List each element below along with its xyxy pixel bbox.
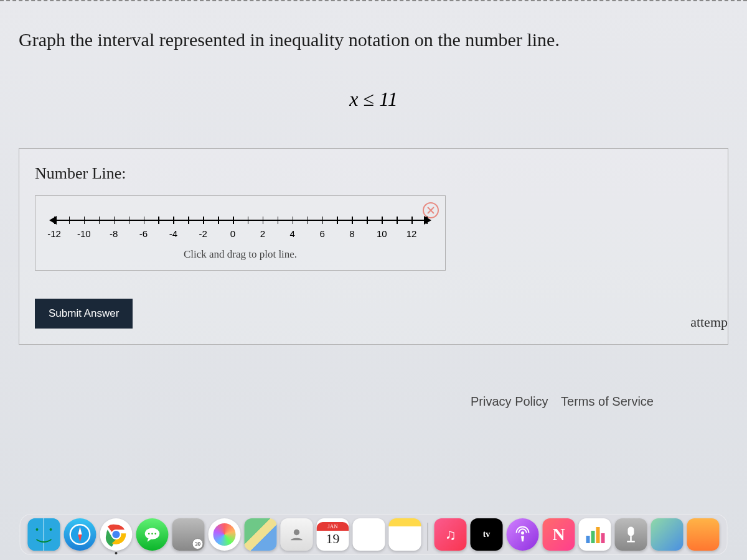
- contacts-icon[interactable]: [281, 518, 313, 551]
- tick-mark: [188, 217, 189, 224]
- safari-icon[interactable]: [64, 518, 96, 551]
- tick-mark: [397, 217, 398, 224]
- svg-rect-18: [596, 527, 600, 543]
- tick-mark: [54, 217, 55, 224]
- reminders-icon[interactable]: [353, 518, 385, 551]
- answer-container: Number Line: -12-10-8-6-4-2024681012 Cli…: [19, 148, 728, 345]
- inequality-expression: x ≤ 11: [19, 88, 728, 111]
- svg-rect-22: [627, 541, 635, 543]
- tick-mark: [69, 217, 70, 224]
- tick-mark: [248, 217, 249, 224]
- tick-label: 2: [260, 228, 265, 239]
- numberline-hint: Click and drag to plot line.: [48, 248, 433, 261]
- tick-mark: [99, 217, 100, 224]
- submit-button[interactable]: Submit Answer: [35, 299, 133, 329]
- maps-icon[interactable]: [245, 518, 277, 551]
- tick-mark: [337, 217, 338, 224]
- footer-links: Privacy Policy Terms of Service: [0, 357, 747, 409]
- tick-label: 10: [377, 228, 387, 239]
- calendar-month: JAN: [317, 522, 349, 531]
- tick-mark: [293, 217, 294, 224]
- tick-mark: [218, 217, 219, 224]
- appletv-icon[interactable]: tv: [471, 518, 503, 551]
- svg-point-15: [521, 531, 524, 534]
- tick-label: -10: [77, 228, 91, 239]
- tick-label: -4: [169, 228, 177, 239]
- svg-rect-20: [628, 527, 634, 536]
- tick-mark: [411, 217, 413, 224]
- svg-point-11: [148, 533, 150, 534]
- tick-mark: [322, 217, 324, 224]
- photos-icon[interactable]: [209, 518, 241, 551]
- axis-line: [54, 220, 426, 221]
- dock-separator: [428, 523, 428, 551]
- attempt-counter: attemp: [690, 314, 728, 330]
- privacy-link[interactable]: Privacy Policy: [471, 394, 548, 408]
- running-dot-icon: [115, 552, 118, 554]
- tick-label: -2: [199, 228, 207, 239]
- finder-icon[interactable]: [28, 518, 60, 551]
- svg-point-1: [36, 528, 39, 531]
- news-icon[interactable]: N: [543, 518, 575, 551]
- question-title: Graph the interval represented in inequa…: [19, 29, 728, 50]
- arrow-right-icon: [424, 216, 431, 225]
- tick-mark: [114, 217, 115, 224]
- svg-point-14: [294, 530, 299, 535]
- dock-app-icon-4[interactable]: [687, 518, 720, 551]
- svg-point-12: [151, 533, 153, 534]
- tick-mark: [233, 217, 234, 224]
- tick-label: 0: [230, 228, 235, 239]
- svg-rect-17: [591, 531, 595, 543]
- numbers-icon[interactable]: [579, 518, 611, 551]
- numberline-widget[interactable]: -12-10-8-6-4-2024681012 Click and drag t…: [35, 195, 446, 271]
- tick-label: 8: [349, 228, 354, 239]
- svg-point-13: [154, 533, 156, 534]
- svg-point-2: [50, 528, 52, 531]
- tick-label: -8: [110, 228, 118, 239]
- tick-mark: [367, 217, 368, 224]
- terms-link[interactable]: Terms of Service: [561, 394, 654, 408]
- dock-app-icon-2[interactable]: [615, 518, 647, 551]
- macos-dock: 30 JAN 19 ♫ tv N: [20, 514, 728, 555]
- tick-mark: [144, 217, 145, 224]
- tick-mark: [203, 217, 204, 224]
- notes-icon[interactable]: [389, 518, 421, 551]
- tick-label: -6: [139, 228, 148, 239]
- tick-label: -12: [47, 228, 61, 239]
- tick-mark: [426, 217, 428, 224]
- tick-mark: [84, 217, 85, 224]
- numberline-axis[interactable]: [54, 215, 426, 227]
- tick-mark: [308, 217, 309, 224]
- tick-mark: [173, 217, 174, 224]
- tick-label: 6: [319, 228, 324, 239]
- svg-rect-19: [601, 533, 605, 543]
- chrome-icon[interactable]: [100, 518, 133, 551]
- dock-app-icon-3[interactable]: [651, 518, 684, 551]
- tick-mark: [263, 217, 264, 224]
- numberline-label: Number Line:: [35, 164, 712, 183]
- svg-rect-16: [586, 536, 590, 543]
- music-icon[interactable]: ♫: [435, 518, 467, 551]
- tick-mark: [278, 217, 279, 224]
- dock-app-icon[interactable]: 30: [172, 518, 205, 551]
- tick-mark: [158, 217, 159, 224]
- tick-mark: [352, 217, 353, 224]
- calendar-icon[interactable]: JAN 19: [317, 518, 349, 551]
- tick-label: 4: [290, 228, 295, 239]
- messages-icon[interactable]: [136, 518, 169, 551]
- podcasts-icon[interactable]: [507, 518, 539, 551]
- tick-label: 12: [406, 228, 417, 239]
- question-panel: Graph the interval represented in inequa…: [0, 0, 747, 357]
- tick-mark: [382, 217, 383, 224]
- calendar-day: 19: [326, 531, 340, 547]
- tick-labels: -12-10-8-6-4-2024681012: [54, 228, 426, 241]
- svg-rect-21: [630, 536, 632, 541]
- tick-mark: [129, 217, 130, 224]
